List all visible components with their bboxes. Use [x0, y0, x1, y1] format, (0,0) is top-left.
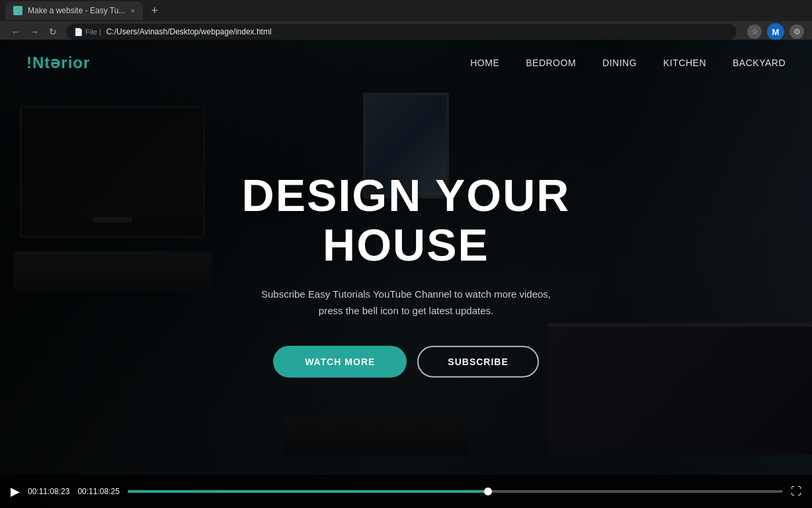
tab-close-button[interactable]: × — [130, 7, 134, 15]
nav-home[interactable]: HOME — [470, 58, 499, 68]
nav-backyard[interactable]: BACKYARD — [733, 58, 786, 68]
active-tab[interactable]: Make a website - Easy Tu... × — [5, 1, 143, 20]
bookmark-button[interactable]: ☆ — [747, 24, 762, 39]
logo: !Ntərior — [26, 54, 90, 72]
website-container: !Ntərior HOME BEDROOM DINING KITCHEN BAC… — [0, 40, 812, 508]
browser-chrome: Make a website - Easy Tu... × + ← → ↻ 📄 … — [0, 0, 812, 40]
fullscreen-button[interactable]: ⛶ — [791, 486, 801, 497]
refresh-button[interactable]: ↻ — [45, 24, 61, 40]
watch-more-button[interactable]: WATCH MORE — [273, 345, 407, 377]
logo-suffix: rior — [61, 54, 90, 71]
logo-prefix: !Nt — [26, 54, 50, 71]
navbar: !Ntərior HOME BEDROOM DINING KITCHEN BAC… — [0, 40, 812, 86]
tab-favicon — [13, 6, 22, 15]
hero-buttons: WATCH MORE SUBSCRIBE — [175, 345, 637, 377]
progress-thumb[interactable] — [484, 487, 492, 495]
url-text: C:/Users/Avinash/Desktop/webpage/index.h… — [106, 27, 272, 36]
forward-button[interactable]: → — [26, 24, 42, 40]
back-button[interactable]: ← — [8, 24, 24, 40]
tab-bar: Make a website - Easy Tu... × + — [0, 0, 812, 21]
url-bar[interactable]: 📄 File | C:/Users/Avinash/Desktop/webpag… — [66, 24, 737, 40]
profile-button[interactable]: M — [767, 23, 784, 40]
nav-buttons: ← → ↻ — [8, 24, 61, 40]
progress-bar[interactable] — [128, 490, 783, 493]
hero-subtitle-line1: Subscribe Easy Tutorials YouTube Channel… — [261, 288, 551, 299]
new-tab-button[interactable]: + — [145, 1, 164, 20]
nav-dining[interactable]: DINING — [602, 58, 637, 68]
extensions-button[interactable]: ⚙ — [790, 24, 804, 39]
subscribe-button[interactable]: SUBSCRIBE — [417, 345, 538, 377]
time-current: 00:11:08:23 — [28, 487, 69, 496]
hero-subtitle: Subscribe Easy Tutorials YouTube Channel… — [175, 285, 637, 319]
hero-subtitle-line2: press the bell icon to get latest update… — [319, 305, 493, 316]
logo-highlight: ə — [50, 54, 61, 71]
hero-title: DESIGN YOUR HOUSE — [175, 171, 637, 270]
browser-actions: ☆ M ⚙ — [747, 23, 804, 40]
nav-kitchen[interactable]: KITCHEN — [663, 58, 706, 68]
nav-links: HOME BEDROOM DINING KITCHEN BACKYARD — [470, 57, 786, 69]
file-icon: 📄 File | — [74, 28, 101, 36]
play-button[interactable]: ▶ — [11, 484, 20, 499]
time-total: 00:11:08:25 — [77, 487, 119, 496]
progress-fill — [128, 490, 488, 493]
hero-content: DESIGN YOUR HOUSE Subscribe Easy Tutoria… — [175, 171, 637, 378]
video-controls-bar: ▶ 00:11:08:23 00:11:08:25 ⛶ — [0, 475, 812, 508]
nav-bedroom[interactable]: BEDROOM — [526, 58, 576, 68]
tab-title: Make a website - Easy Tu... — [28, 6, 125, 15]
